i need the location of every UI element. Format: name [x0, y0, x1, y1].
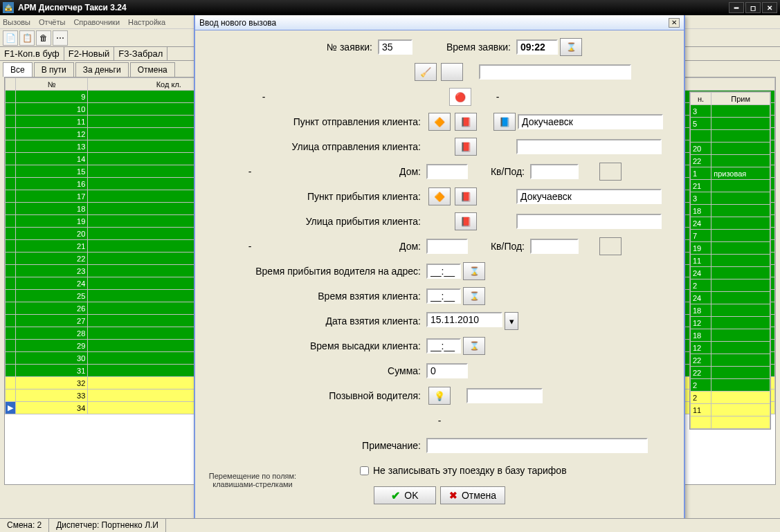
label-drop-time: Время высадки клиента:	[205, 340, 426, 351]
note-input[interactable]	[426, 438, 648, 453]
col-header[interactable]: №	[16, 78, 88, 91]
pick-dep-street-button[interactable]: 📕	[455, 138, 477, 156]
dep-apt-input[interactable]	[530, 164, 579, 179]
drop-time-now-button[interactable]	[463, 337, 485, 355]
date-dropdown-button[interactable]: ▾	[505, 312, 518, 330]
take-time-input[interactable]	[426, 288, 461, 304]
fkey-f2[interactable]: F2-Новый	[64, 47, 115, 60]
driver-arrive-time-input[interactable]	[426, 264, 461, 279]
table-row[interactable]: 2	[691, 392, 770, 404]
callsign-input[interactable]	[466, 388, 543, 403]
dialog-close-button[interactable]: ✕	[669, 18, 680, 28]
toolbar-copy-icon[interactable]: 📋	[19, 30, 35, 46]
toolbar-more-icon[interactable]: ⋯	[53, 30, 68, 46]
pick-arr-city-button2[interactable]: 📕	[455, 187, 477, 205]
cancel-button[interactable]: ✖Отмена	[440, 486, 505, 504]
clear-button[interactable]: 🧹	[415, 63, 437, 81]
table-row[interactable]	[691, 416, 770, 429]
sum-input[interactable]	[426, 363, 468, 378]
table-row[interactable]: 24	[691, 267, 770, 279]
maximize-button[interactable]: ◻	[745, 2, 761, 13]
table-row[interactable]: 22	[691, 155, 770, 167]
departure-city-input[interactable]	[518, 114, 663, 129]
pick-arr-city-button[interactable]: 🔶	[428, 187, 451, 205]
face-icon[interactable]: 🔴	[449, 88, 471, 106]
table-row[interactable]: 18	[691, 329, 770, 342]
arr-house-input[interactable]	[426, 239, 468, 254]
tab-cancel[interactable]: Отмена	[130, 62, 175, 77]
phone-input[interactable]	[479, 64, 631, 80]
label-house-1: Дом:	[260, 166, 426, 177]
arr-apt-input[interactable]	[530, 239, 579, 254]
table-row[interactable]: 3	[691, 192, 770, 205]
toolbar-delete-icon[interactable]: 🗑	[36, 30, 51, 46]
table-row[interactable]	[691, 130, 770, 143]
col-header[interactable]: Прим	[711, 93, 770, 105]
take-date-input[interactable]	[426, 312, 502, 327]
table-row[interactable]: 21	[691, 180, 770, 192]
table-row[interactable]: 20	[691, 143, 770, 155]
table-row[interactable]: 2	[691, 379, 770, 392]
order-time-input[interactable]	[516, 39, 558, 55]
order-number-input[interactable]	[378, 39, 412, 55]
menu-calls[interactable]: Вызовы	[3, 18, 30, 26]
menu-refs[interactable]: Справочники	[73, 18, 120, 26]
take-time-now-button[interactable]	[463, 287, 485, 305]
ok-button[interactable]: ✔OK	[374, 486, 436, 504]
menu-settings[interactable]: Настройка	[128, 18, 165, 26]
toolbar-new-icon[interactable]: 📄	[3, 30, 18, 46]
dep-extra-button[interactable]	[599, 163, 622, 181]
table-row[interactable]: 7	[691, 230, 770, 242]
table-row[interactable]: 1призовая	[691, 167, 770, 180]
time-now-button[interactable]	[560, 38, 582, 56]
table-row[interactable]: 18	[691, 205, 770, 217]
arrival-street-input[interactable]	[516, 214, 662, 229]
close-button[interactable]: ✕	[762, 2, 777, 13]
nav-hint: Перемещение по полям: клавишами-стрелкам…	[201, 472, 305, 488]
fkey-f3[interactable]: F3-Забрал	[114, 47, 167, 60]
table-row[interactable]: 11	[691, 255, 770, 267]
tab-paid[interactable]: За деньги	[75, 62, 129, 77]
label-driver-callsign: Позывной водителя:	[205, 390, 426, 401]
pick-dep-city-button2[interactable]: 📕	[455, 113, 477, 131]
label-departure-street: Улица отправления клиента:	[205, 141, 426, 152]
calls-table-right: н.Прим 3520221призовая213182471911242241…	[689, 91, 771, 430]
drop-time-input[interactable]	[426, 338, 461, 354]
status-shift: Смена: 2	[0, 519, 49, 532]
arr-extra-button[interactable]	[599, 237, 622, 255]
pick-arr-street-button[interactable]: 📕	[455, 212, 477, 230]
table-row[interactable]: 24	[691, 217, 770, 230]
table-row[interactable]: 3	[691, 105, 770, 118]
table-row[interactable]: 22	[691, 367, 770, 379]
table-row[interactable]: 12	[691, 317, 770, 329]
table-row[interactable]: 24	[691, 292, 770, 304]
table-row[interactable]: 11	[691, 404, 770, 416]
callsign-hint-button[interactable]: 💡	[428, 387, 451, 405]
table-row[interactable]: 12	[691, 342, 770, 354]
departure-street-input[interactable]	[516, 139, 662, 154]
small-button-1[interactable]	[441, 63, 463, 81]
col-header[interactable]	[6, 78, 16, 91]
table-row[interactable]: 18	[691, 304, 770, 317]
table-row[interactable]: 2	[691, 279, 770, 292]
tab-enroute[interactable]: В пути	[34, 62, 74, 77]
status-bar: Смена: 2 Диспетчер: Портненко Л.И	[0, 518, 780, 532]
fkey-f1[interactable]: F1-Коп.в буф	[0, 47, 64, 60]
col-header[interactable]: н.	[691, 93, 711, 105]
arrive-time-now-button[interactable]	[463, 262, 485, 280]
dep-house-input[interactable]	[426, 164, 468, 179]
table-row[interactable]: 22	[691, 354, 770, 367]
no-save-tariff-checkbox[interactable]	[360, 466, 369, 475]
dash-2: -	[487, 91, 508, 102]
pick-dep-city-button3[interactable]: 📘	[493, 113, 516, 131]
arrival-city-input[interactable]	[516, 189, 662, 204]
table-row[interactable]: 19	[691, 242, 770, 255]
minimize-button[interactable]: ━	[729, 2, 744, 13]
pick-dep-city-button[interactable]: 🔶	[428, 113, 451, 131]
table-row[interactable]: 5	[691, 118, 770, 130]
label-take-date: Дата взятия клиента:	[205, 315, 426, 327]
label-sum: Сумма:	[205, 365, 426, 376]
dash-3: -	[239, 166, 260, 177]
menu-reports[interactable]: Отчёты	[39, 18, 65, 26]
tab-all[interactable]: Все	[3, 62, 33, 77]
